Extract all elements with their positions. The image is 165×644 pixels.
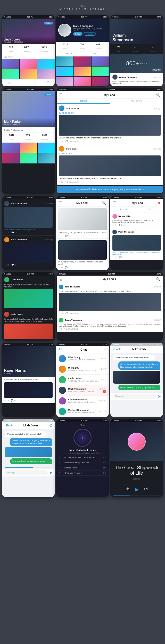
rf-comment-1[interactable]: 💬 10 — [119, 224, 125, 226]
back-btn[interactable]: ‹ Back — [113, 348, 121, 351]
mark-following: 870 — [78, 43, 85, 46]
mark-grid-2[interactable] — [74, 56, 91, 66]
grid-photo-1[interactable] — [2, 59, 19, 69]
play-icon[interactable]: ▶ — [135, 486, 139, 492]
compose-btn[interactable]: + — [104, 348, 106, 352]
pics-tab[interactable]: PICS — [82, 52, 109, 56]
comment-action[interactable]: 💬 COMMENT — [65, 140, 79, 143]
mark-follow-btn[interactable]: Follow — [73, 32, 82, 36]
porsche-comment-1[interactable]: 💬 COMMENT — [65, 312, 79, 315]
chat-av-1 — [59, 366, 66, 373]
info-btn[interactable]: ⓘ — [158, 348, 160, 351]
moto-like-1[interactable]: ♡ 18 — [4, 232, 9, 234]
rf-following-tab[interactable]: Follo... — [137, 207, 163, 212]
search-icon[interactable]: 🔍 — [156, 93, 160, 97]
chat-item-0[interactable]: Mike Brady What on earth is the differen… — [56, 353, 109, 364]
posts-tab[interactable]: POSTS — [56, 52, 82, 56]
moto-time-1: 4 Min Ago — [45, 202, 53, 204]
mark-grid-3[interactable] — [92, 56, 109, 66]
status-bar-mark: T-Mobile 3:25 PM 85% — [56, 15, 109, 19]
quote-post: All you need in life is a classic motorc… — [57, 186, 163, 193]
moto-comment-2[interactable]: 💬 8 — [11, 264, 16, 266]
mark-grid-1[interactable] — [56, 56, 73, 66]
wfeed-menu[interactable]: ☰ — [59, 201, 62, 205]
chat-item-4[interactable]: Karen Henderson Last night he got so dru… — [56, 396, 109, 406]
wfeed-like-2[interactable]: ♡ 32 — [58, 266, 63, 269]
linda-back-btn[interactable]: ‹ Back — [5, 424, 12, 427]
p-grid-5[interactable] — [20, 153, 37, 163]
grid-photo-6[interactable] — [37, 69, 55, 79]
nav-profile[interactable]: ♡ — [28, 80, 42, 85]
comment-action-2[interactable]: 💬 COMMENT — [65, 181, 79, 183]
photo-follow-btn[interactable]: Follow — [44, 93, 53, 96]
chat-item-3[interactable]: Mark Thompson Hmmm work about bonds at t… — [56, 385, 109, 396]
rf-author-2: Mark Thompson — [118, 231, 134, 233]
nav-home[interactable]: ⌂ — [2, 80, 15, 85]
mark-grid-7[interactable] — [56, 77, 73, 86]
msg-out-2: I'd probably get up and go get some! — [118, 385, 160, 390]
grid-photo-5[interactable] — [20, 69, 37, 79]
wfeed-like-1[interactable]: ♡ 18 — [58, 235, 63, 237]
phone-linda-conv: T-Mobile 3:25 PM 85% ‹ Back Linda Jones … — [2, 419, 55, 497]
p-grid-3[interactable] — [38, 143, 55, 153]
prev-icon[interactable]: ⏮ — [126, 486, 130, 492]
book-person-avatar — [128, 433, 146, 451]
p-grid-1[interactable] — [2, 143, 20, 153]
menu-icon[interactable]: ☰ — [59, 93, 63, 97]
porsche-comment-2[interactable]: 💬 COMMENT — [64, 328, 78, 330]
chat-item-1[interactable]: Olivia Day Hey babe! Sorry I haven't tex… — [56, 364, 109, 375]
follow-button[interactable]: Follow — [44, 22, 53, 24]
wfeed-post-1: Your surfing can get better on every wav… — [56, 207, 109, 239]
photo-profile-name: Mark Parker — [4, 120, 53, 123]
track-2[interactable]: 3 Escape Russi 2:55 — [56, 465, 109, 470]
like-action[interactable]: ♡ 14 — [59, 140, 63, 143]
wfeed-comment-2[interactable]: 💬 15 — [65, 266, 70, 269]
karen-like[interactable]: ♡ 18 — [4, 399, 9, 402]
linda-message-input[interactable]: Message... — [4, 470, 48, 475]
send-btn[interactable]: ➤ — [158, 394, 161, 399]
mark-grid-8[interactable] — [74, 77, 91, 86]
porsche-menu[interactable]: ☰ — [59, 277, 63, 281]
p-grid-4[interactable] — [2, 153, 20, 163]
grid-photo-3[interactable] — [37, 59, 55, 69]
like-action-2[interactable]: ♡ 22 — [59, 181, 63, 183]
porsche-like-2[interactable]: ♡ 9 — [59, 328, 62, 330]
chat-item-5[interactable]: Michael Hammond You all haven't answered… — [56, 406, 109, 417]
linda-send-btn[interactable]: ➤ — [49, 470, 53, 475]
moto-like-2[interactable]: ♡ 22 — [4, 264, 9, 266]
rf-menu[interactable]: ☰ — [113, 201, 116, 205]
following-tab[interactable]: FOLLOWING — [110, 99, 163, 104]
rf-recent-tab[interactable]: Recent — [110, 207, 137, 212]
rf-comment-2[interactable]: 💬 7 — [119, 256, 123, 259]
grid-photo-2[interactable] — [20, 59, 37, 69]
nav-search[interactable]: ⊕ — [15, 80, 28, 85]
linda-info-btn[interactable]: ⓘ — [50, 424, 52, 427]
p-grid-6[interactable] — [38, 153, 55, 163]
mark-grid-9[interactable] — [92, 77, 109, 86]
moto-comment-1[interactable]: 💬 11 — [11, 232, 17, 234]
porsche-search[interactable]: 🔍 — [156, 277, 160, 281]
message-input[interactable]: Message... — [112, 394, 156, 399]
grid-photo-4[interactable] — [2, 69, 19, 79]
recent-tab[interactable]: RECENT — [57, 99, 110, 104]
mark-grid-5[interactable] — [74, 67, 91, 76]
nav-menu[interactable]: ☰ — [42, 80, 55, 85]
next-icon[interactable]: ⏭ — [144, 486, 148, 492]
edit-btn[interactable]: Edit — [59, 348, 63, 351]
mark-grid-6[interactable] — [92, 67, 109, 76]
mark-message-btn[interactable]: Message — [84, 32, 95, 36]
mark-grid-4[interactable] — [56, 67, 73, 76]
rf-like-2[interactable]: ♡ 15 — [112, 256, 117, 259]
track-3[interactable]: 4 Chris You Now Are 3:42 — [56, 470, 109, 476]
all-posts-label: ALL POST — [2, 55, 55, 59]
karen-comment[interactable]: 💬 10 — [11, 399, 16, 402]
wfeed-search[interactable]: 🔍 — [102, 201, 106, 205]
track-0[interactable]: 1 No Gnome Where I Come From 3:20 — [56, 455, 109, 460]
p-grid-2[interactable] — [20, 143, 37, 153]
track-1[interactable]: 2 Music is Running My World 4:05 — [56, 460, 109, 465]
chat-item-2[interactable]: Linda Jones And that's when you do your … — [56, 375, 109, 385]
porsche-like-1[interactable]: ♡ 14 — [59, 312, 63, 315]
wfeed-comment-1[interactable]: 💬 11 — [65, 235, 70, 237]
rf-like-1[interactable]: ♡ 23 — [112, 224, 117, 226]
view-all-btn[interactable]: View All — [152, 69, 161, 71]
